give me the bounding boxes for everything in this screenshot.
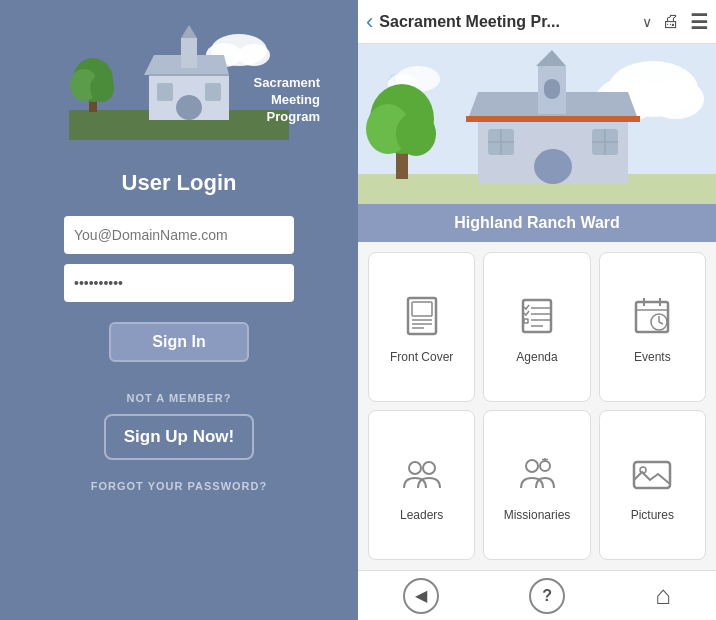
- left-panel: Sacrament Meeting Program User Login Sig…: [0, 0, 358, 620]
- nav-back-button[interactable]: ◀: [403, 578, 439, 614]
- events-label: Events: [634, 350, 671, 364]
- sign-up-button[interactable]: Sign Up Now!: [104, 414, 254, 460]
- agenda-icon: [515, 294, 559, 344]
- svg-rect-37: [534, 149, 572, 184]
- bottom-nav: ◀ ? ⌂: [358, 570, 716, 620]
- pictures-label: Pictures: [631, 508, 674, 522]
- svg-rect-45: [412, 302, 432, 316]
- svg-rect-15: [205, 83, 221, 101]
- svg-rect-33: [466, 116, 640, 122]
- front-cover-icon: [400, 294, 444, 344]
- print-icon[interactable]: 🖨: [662, 11, 680, 32]
- svg-point-64: [526, 460, 538, 472]
- email-input[interactable]: [64, 216, 294, 254]
- svg-rect-49: [523, 300, 551, 332]
- svg-point-63: [423, 462, 435, 474]
- not-member-label: NOT A MEMBER?: [126, 392, 231, 404]
- menu-item-pictures[interactable]: Pictures: [599, 410, 706, 560]
- app-title-left: Sacrament Meeting Program: [225, 75, 320, 126]
- right-panel: ‹ Sacrament Meeting Pr... ∨ 🖨 ☰ ✳ ✳ ✳: [358, 0, 716, 620]
- svg-point-65: [540, 461, 550, 471]
- sign-in-button[interactable]: Sign In: [109, 322, 249, 362]
- svg-rect-54: [524, 319, 528, 323]
- menu-item-agenda[interactable]: Agenda: [483, 252, 590, 402]
- svg-point-8: [90, 74, 114, 102]
- front-cover-label: Front Cover: [390, 350, 453, 364]
- right-header: ‹ Sacrament Meeting Pr... ∨ 🖨 ☰: [358, 0, 716, 44]
- password-input[interactable]: [64, 264, 294, 302]
- svg-rect-36: [544, 79, 560, 99]
- chevron-icon[interactable]: ∨: [642, 14, 652, 30]
- ward-title: Highland Ranch Ward: [358, 204, 716, 242]
- svg-rect-14: [157, 83, 173, 101]
- svg-point-4: [238, 44, 270, 66]
- agenda-label: Agenda: [516, 350, 557, 364]
- svg-point-24: [648, 79, 704, 119]
- leaders-icon: [400, 452, 444, 502]
- missionaries-label: Missionaries: [504, 508, 571, 522]
- menu-item-leaders[interactable]: Leaders: [368, 410, 475, 560]
- svg-point-62: [409, 462, 421, 474]
- menu-item-events[interactable]: Events: [599, 252, 706, 402]
- nav-help-button[interactable]: ?: [529, 578, 565, 614]
- svg-rect-11: [181, 38, 197, 68]
- forgot-password-label[interactable]: FORGOT YOUR PASSWORD?: [91, 480, 267, 492]
- svg-point-30: [396, 112, 436, 156]
- header-icons: ∨ 🖨 ☰: [642, 10, 708, 34]
- svg-line-61: [659, 322, 663, 324]
- pictures-icon: [630, 452, 674, 502]
- menu-icon[interactable]: ☰: [690, 10, 708, 34]
- events-icon: [630, 294, 674, 344]
- menu-item-front-cover[interactable]: Front Cover: [368, 252, 475, 402]
- header-title: Sacrament Meeting Pr...: [379, 13, 636, 31]
- missionaries-icon: [515, 452, 559, 502]
- nav-home-button[interactable]: ⌂: [655, 580, 671, 611]
- svg-rect-13: [176, 95, 202, 120]
- menu-grid: Front Cover Agenda: [358, 242, 716, 570]
- leaders-label: Leaders: [400, 508, 443, 522]
- church-illustration-right: ✳ ✳ ✳: [358, 44, 716, 204]
- back-button[interactable]: ‹: [366, 9, 373, 35]
- login-title: User Login: [122, 170, 237, 196]
- menu-item-missionaries[interactable]: Missionaries: [483, 410, 590, 560]
